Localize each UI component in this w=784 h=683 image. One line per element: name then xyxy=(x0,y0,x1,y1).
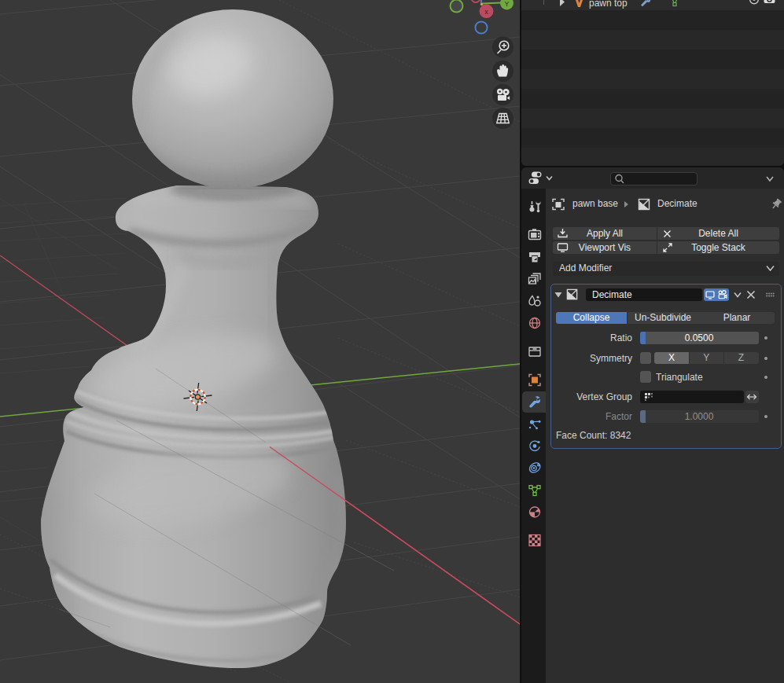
svg-text:Y: Y xyxy=(504,0,509,8)
svg-text:x: x xyxy=(484,8,488,16)
